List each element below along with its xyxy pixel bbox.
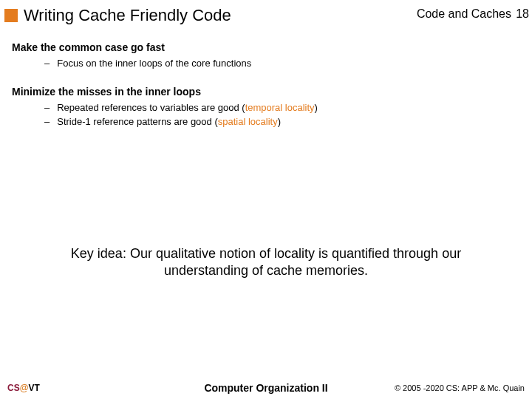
page-number: 18 (516, 7, 529, 21)
list-item: – Focus on the inner loops of the core f… (44, 56, 520, 71)
footer-course-title: Computer Organization II (204, 382, 327, 394)
footer-copyright: © 2005 -2020 CS: APP & Mc. Quain (395, 383, 525, 392)
heading-common-case: Make the common case go fast (12, 41, 520, 53)
list-item: – Repeated references to variables are g… (44, 100, 520, 115)
footer: CS@VT Computer Organization II © 2005 -2… (0, 383, 532, 393)
heading-minimize-misses: Minimize the misses in the inner loops (12, 86, 520, 98)
bullet-post: ) (315, 102, 318, 113)
bullet-emphasis: temporal locality (245, 102, 315, 113)
bullet-list: – Focus on the inner loops of the core f… (44, 56, 520, 71)
bullet-pre: Repeated references to variables are goo… (57, 102, 245, 113)
logo-at: @ (20, 383, 29, 393)
content-area: Make the common case go fast – Focus on … (0, 28, 532, 129)
key-idea: Key idea: Our qualitative notion of loca… (0, 245, 532, 280)
logo-vt: VT (28, 383, 39, 393)
title-marker-icon (4, 9, 18, 22)
logo-cs: CS (7, 383, 20, 393)
list-item: – Stride-1 reference patterns are good (… (44, 115, 520, 129)
bullet-post: ) (278, 116, 281, 127)
dash-icon: – (44, 115, 50, 129)
dash-icon: – (44, 100, 50, 115)
footer-logo: CS@VT (7, 383, 40, 393)
dash-icon: – (44, 56, 50, 71)
bullet-text: Focus on the inner loops of the core fun… (57, 56, 251, 71)
bullet-text: Stride-1 reference patterns are good (sp… (57, 115, 281, 129)
bullet-emphasis: spatial locality (218, 116, 278, 127)
bullet-pre: Stride-1 reference patterns are good ( (57, 116, 218, 127)
section-label: Code and Caches (417, 7, 511, 21)
bullet-list: – Repeated references to variables are g… (44, 100, 520, 129)
bullet-text: Repeated references to variables are goo… (57, 100, 318, 115)
slide: Writing Cache Friendly Code Code and Cac… (0, 0, 532, 399)
